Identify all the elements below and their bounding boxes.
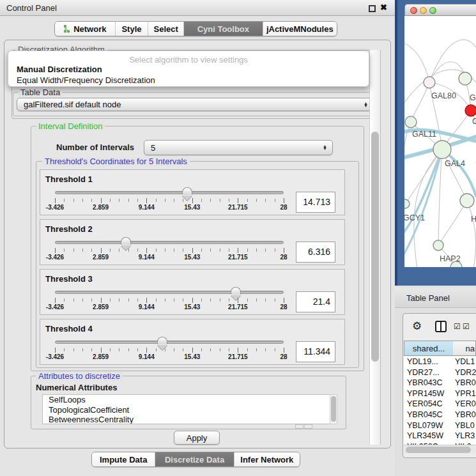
combo-arrows-icon: ▲▼ — [323, 145, 327, 150]
slider-tick-label: 2.859 — [85, 303, 117, 311]
network-node-g[interactable] — [459, 72, 472, 85]
table-row[interactable]: YPR145WYPR1 — [404, 388, 476, 399]
slider-major-tick — [238, 248, 238, 253]
slider-minor-ticks — [55, 249, 284, 252]
network-node-gcy1[interactable] — [404, 199, 410, 208]
table-row[interactable]: YBR043CYBR0 — [404, 378, 476, 388]
dropdown-option[interactable]: Manual Discretization — [10, 65, 367, 75]
threshold-value-field[interactable]: 6.316 — [296, 242, 335, 263]
table-row[interactable]: YBR045CYBR0 — [404, 410, 476, 420]
table-row[interactable]: YDR27...YDR2 — [404, 367, 476, 378]
table-row[interactable]: YBL079WYBL0 — [404, 420, 476, 431]
top-tab-bar: NetworkStyleSelectCyni ToolboxjActiveMNo… — [54, 21, 337, 36]
slider-major-tick — [192, 298, 193, 303]
table-data-combo[interactable]: galFiltered.sif default node ▲▼ — [17, 98, 374, 111]
float-panel-icon[interactable] — [369, 5, 376, 12]
network-view-canvas[interactable]: GAL80GCGAL11GAL4GCY1HHAP2 — [404, 16, 476, 267]
table-rows[interactable]: YDL19...YDL1YDR27...YDR2YBR043CYBR0YPR14… — [404, 357, 476, 445]
attribute-list-item[interactable]: TopologicalCoefficient — [43, 405, 330, 415]
num-intervals-combo[interactable]: 5 ▲▼ — [144, 140, 333, 155]
network-node-gal11[interactable] — [405, 116, 417, 128]
tab-network[interactable]: Network — [55, 22, 116, 36]
select-columns-checkbox-icon[interactable]: ☑ — [463, 322, 470, 331]
combo-arrows-icon: ▲▼ — [364, 102, 368, 107]
network-node-gal4[interactable] — [433, 141, 451, 158]
table-cell-name[interactable]: YPR1 — [452, 388, 476, 399]
slider-track[interactable] — [55, 191, 284, 194]
slider-thumb[interactable] — [157, 337, 167, 344]
slider-track[interactable] — [55, 341, 284, 344]
threshold-panel-4: Threshold 4-3.4262.8599.14415.4321.71528… — [40, 319, 345, 365]
close-panel-icon[interactable]: ✖ — [380, 3, 387, 12]
tab-label: Cyni Toolbox — [197, 24, 249, 34]
network-node-gal80[interactable] — [424, 77, 435, 88]
slider-thumb[interactable] — [121, 237, 131, 245]
dropdown-option[interactable]: Equal Width/Frequency Discretization — [10, 75, 367, 86]
list-corner-button[interactable] — [295, 424, 303, 429]
threshold-value-field[interactable]: 14.713 — [296, 192, 335, 213]
zoom-traffic-light-icon[interactable] — [429, 7, 436, 14]
panel-scrollbar-thumb[interactable] — [371, 132, 379, 362]
network-window-titlebar[interactable] — [404, 4, 476, 16]
table-cell-name[interactable]: YER0 — [452, 399, 476, 410]
select-columns-checkbox-icon[interactable]: ☑ — [454, 322, 461, 331]
network-node-c[interactable] — [465, 105, 476, 116]
network-node-h[interactable] — [460, 194, 474, 208]
table-cell-shared-name[interactable]: YER054C — [404, 399, 452, 410]
table-column-header-shared[interactable]: shared... — [404, 341, 454, 356]
table-cell-name[interactable]: YLR3 — [452, 431, 476, 441]
slider-tick-label: 2.859 — [85, 204, 117, 211]
table-cell-name[interactable]: YDL1 — [452, 357, 476, 367]
scrollbar-thumb[interactable] — [331, 396, 336, 422]
threshold-value-field[interactable]: 21.4 — [296, 291, 335, 312]
table-cell-name[interactable]: YBR0 — [452, 378, 476, 388]
column-layout-icon[interactable] — [435, 321, 447, 332]
threshold-panel-2: Threshold 2-3.4262.8599.14415.4321.71528… — [40, 219, 345, 265]
tab-label: Discretize Data — [165, 455, 224, 464]
attributes-scrollbar[interactable] — [330, 394, 337, 424]
interval-group-title: Interval Definition — [36, 121, 105, 131]
table-row[interactable]: YER054CYER0 — [404, 399, 476, 410]
slider-track[interactable] — [55, 291, 284, 294]
slider-tick-label: 15.43 — [176, 204, 208, 211]
network-node-hap2[interactable] — [433, 240, 443, 250]
table-row[interactable]: YLR345WYLR3 — [404, 431, 476, 441]
attribute-list-item[interactable]: SelfLoops — [43, 395, 330, 405]
minimize-traffic-light-icon[interactable] — [420, 7, 427, 14]
table-cell-shared-name[interactable]: YPR145W — [404, 388, 452, 399]
tab-label: Style — [121, 24, 141, 34]
table-cell-shared-name[interactable]: YDL19... — [404, 357, 452, 367]
table-cell-shared-name[interactable]: YBR045C — [404, 410, 452, 420]
table-cell-shared-name[interactable]: YBL079W — [404, 420, 452, 431]
table-settings-gear-icon[interactable]: ⚙ — [412, 319, 422, 333]
close-traffic-light-icon[interactable] — [410, 7, 417, 14]
tab-impute-data[interactable]: Impute Data — [92, 452, 155, 466]
table-cell-name[interactable]: YBL0 — [452, 420, 476, 431]
tab-discretize-data[interactable]: Discretize Data — [155, 452, 234, 466]
slider-tick-label: 28 — [268, 204, 300, 211]
slider-track[interactable] — [55, 241, 284, 244]
table-cell-shared-name[interactable]: YLR345W — [404, 431, 452, 441]
table-column-header-name[interactable]: na — [453, 341, 476, 356]
slider-thumb[interactable] — [182, 187, 192, 195]
node-label: GAL11 — [412, 130, 436, 139]
table-cell-shared-name[interactable]: YBR043C — [404, 378, 452, 388]
table-cell-shared-name[interactable]: YDR27... — [404, 367, 452, 378]
list-corner-button[interactable] — [304, 424, 312, 429]
threshold-value-field[interactable]: 11.344 — [296, 341, 335, 362]
app-root: Control Panel ✖ NetworkStyleSelectCyni T… — [0, 0, 476, 476]
apply-button[interactable]: Apply — [174, 431, 220, 445]
table-cell-name[interactable]: YDR2 — [452, 367, 476, 378]
tab-style[interactable]: Style — [116, 22, 149, 36]
table-hscrollbar-thumb[interactable] — [406, 447, 471, 453]
tab-select[interactable]: Select — [148, 22, 184, 36]
table-cell-name[interactable]: YBR0 — [452, 410, 476, 420]
tab-infer-network[interactable]: Infer Network — [234, 452, 300, 466]
tab-jactivemnodules[interactable]: jActiveMNodules — [263, 22, 337, 36]
numerical-attributes-list[interactable]: SelfLoopsTopologicalCoefficientBetweenne… — [42, 394, 330, 424]
table-row[interactable]: YDL19...YDL1 — [404, 357, 476, 367]
tab-cyni-toolbox[interactable]: Cyni Toolbox — [184, 22, 263, 36]
table-hscrollbar-track[interactable] — [404, 445, 476, 454]
slider-thumb[interactable] — [231, 287, 241, 295]
attribute-list-item[interactable]: BetweennessCentrality — [43, 415, 330, 424]
